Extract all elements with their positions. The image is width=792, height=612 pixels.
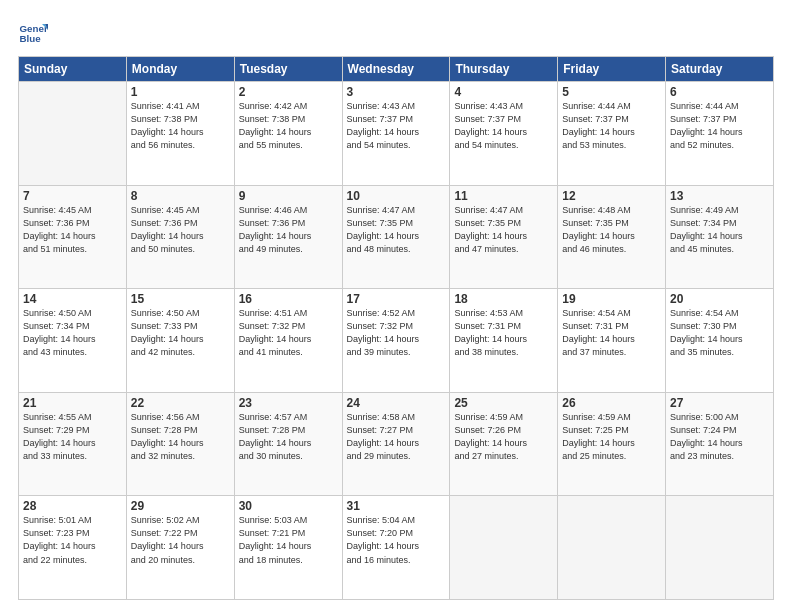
day-info: Sunrise: 4:58 AM Sunset: 7:27 PM Dayligh… — [347, 411, 446, 463]
calendar-day-header: Sunday — [19, 57, 127, 82]
calendar-day-cell: 18Sunrise: 4:53 AM Sunset: 7:31 PM Dayli… — [450, 289, 558, 393]
day-number: 22 — [131, 396, 230, 410]
calendar-day-header: Monday — [126, 57, 234, 82]
day-info: Sunrise: 4:43 AM Sunset: 7:37 PM Dayligh… — [347, 100, 446, 152]
calendar-day-cell: 24Sunrise: 4:58 AM Sunset: 7:27 PM Dayli… — [342, 392, 450, 496]
day-info: Sunrise: 4:50 AM Sunset: 7:33 PM Dayligh… — [131, 307, 230, 359]
calendar-week-row: 14Sunrise: 4:50 AM Sunset: 7:34 PM Dayli… — [19, 289, 774, 393]
day-info: Sunrise: 4:51 AM Sunset: 7:32 PM Dayligh… — [239, 307, 338, 359]
day-number: 29 — [131, 499, 230, 513]
calendar-day-cell: 26Sunrise: 4:59 AM Sunset: 7:25 PM Dayli… — [558, 392, 666, 496]
day-number: 18 — [454, 292, 553, 306]
calendar-day-cell — [450, 496, 558, 600]
day-number: 31 — [347, 499, 446, 513]
day-info: Sunrise: 4:49 AM Sunset: 7:34 PM Dayligh… — [670, 204, 769, 256]
day-number: 2 — [239, 85, 338, 99]
day-info: Sunrise: 4:43 AM Sunset: 7:37 PM Dayligh… — [454, 100, 553, 152]
day-number: 30 — [239, 499, 338, 513]
calendar-day-header: Saturday — [666, 57, 774, 82]
logo: General Blue — [18, 18, 52, 48]
day-number: 16 — [239, 292, 338, 306]
calendar-day-cell: 2Sunrise: 4:42 AM Sunset: 7:38 PM Daylig… — [234, 82, 342, 186]
calendar-day-cell: 15Sunrise: 4:50 AM Sunset: 7:33 PM Dayli… — [126, 289, 234, 393]
calendar-day-header: Tuesday — [234, 57, 342, 82]
calendar-day-cell: 8Sunrise: 4:45 AM Sunset: 7:36 PM Daylig… — [126, 185, 234, 289]
calendar-header-row: SundayMondayTuesdayWednesdayThursdayFrid… — [19, 57, 774, 82]
calendar-day-cell: 21Sunrise: 4:55 AM Sunset: 7:29 PM Dayli… — [19, 392, 127, 496]
calendar-week-row: 7Sunrise: 4:45 AM Sunset: 7:36 PM Daylig… — [19, 185, 774, 289]
day-number: 28 — [23, 499, 122, 513]
day-info: Sunrise: 4:59 AM Sunset: 7:26 PM Dayligh… — [454, 411, 553, 463]
calendar-day-cell: 5Sunrise: 4:44 AM Sunset: 7:37 PM Daylig… — [558, 82, 666, 186]
page: General Blue SundayMondayTuesdayWednesda… — [0, 0, 792, 612]
calendar-day-cell: 22Sunrise: 4:56 AM Sunset: 7:28 PM Dayli… — [126, 392, 234, 496]
day-number: 4 — [454, 85, 553, 99]
logo-icon: General Blue — [18, 18, 48, 48]
calendar-day-cell: 12Sunrise: 4:48 AM Sunset: 7:35 PM Dayli… — [558, 185, 666, 289]
day-info: Sunrise: 4:45 AM Sunset: 7:36 PM Dayligh… — [23, 204, 122, 256]
day-info: Sunrise: 5:03 AM Sunset: 7:21 PM Dayligh… — [239, 514, 338, 566]
day-number: 13 — [670, 189, 769, 203]
day-number: 3 — [347, 85, 446, 99]
day-number: 27 — [670, 396, 769, 410]
day-info: Sunrise: 4:59 AM Sunset: 7:25 PM Dayligh… — [562, 411, 661, 463]
day-number: 26 — [562, 396, 661, 410]
calendar-day-header: Thursday — [450, 57, 558, 82]
day-number: 23 — [239, 396, 338, 410]
calendar-table: SundayMondayTuesdayWednesdayThursdayFrid… — [18, 56, 774, 600]
calendar-day-header: Friday — [558, 57, 666, 82]
day-number: 9 — [239, 189, 338, 203]
calendar-week-row: 28Sunrise: 5:01 AM Sunset: 7:23 PM Dayli… — [19, 496, 774, 600]
day-number: 20 — [670, 292, 769, 306]
day-info: Sunrise: 4:44 AM Sunset: 7:37 PM Dayligh… — [670, 100, 769, 152]
calendar-day-cell: 31Sunrise: 5:04 AM Sunset: 7:20 PM Dayli… — [342, 496, 450, 600]
calendar-day-cell: 14Sunrise: 4:50 AM Sunset: 7:34 PM Dayli… — [19, 289, 127, 393]
day-number: 6 — [670, 85, 769, 99]
day-info: Sunrise: 4:47 AM Sunset: 7:35 PM Dayligh… — [347, 204, 446, 256]
calendar-day-cell: 27Sunrise: 5:00 AM Sunset: 7:24 PM Dayli… — [666, 392, 774, 496]
day-info: Sunrise: 5:01 AM Sunset: 7:23 PM Dayligh… — [23, 514, 122, 566]
calendar-day-cell: 11Sunrise: 4:47 AM Sunset: 7:35 PM Dayli… — [450, 185, 558, 289]
day-info: Sunrise: 4:41 AM Sunset: 7:38 PM Dayligh… — [131, 100, 230, 152]
day-info: Sunrise: 5:00 AM Sunset: 7:24 PM Dayligh… — [670, 411, 769, 463]
header: General Blue — [18, 18, 774, 48]
day-number: 1 — [131, 85, 230, 99]
day-info: Sunrise: 4:47 AM Sunset: 7:35 PM Dayligh… — [454, 204, 553, 256]
calendar-day-cell: 10Sunrise: 4:47 AM Sunset: 7:35 PM Dayli… — [342, 185, 450, 289]
day-info: Sunrise: 4:57 AM Sunset: 7:28 PM Dayligh… — [239, 411, 338, 463]
calendar-day-cell: 4Sunrise: 4:43 AM Sunset: 7:37 PM Daylig… — [450, 82, 558, 186]
calendar-day-cell: 1Sunrise: 4:41 AM Sunset: 7:38 PM Daylig… — [126, 82, 234, 186]
day-number: 8 — [131, 189, 230, 203]
calendar-day-cell: 19Sunrise: 4:54 AM Sunset: 7:31 PM Dayli… — [558, 289, 666, 393]
day-number: 11 — [454, 189, 553, 203]
calendar-day-cell — [558, 496, 666, 600]
day-number: 25 — [454, 396, 553, 410]
calendar-day-cell: 17Sunrise: 4:52 AM Sunset: 7:32 PM Dayli… — [342, 289, 450, 393]
calendar-day-cell: 7Sunrise: 4:45 AM Sunset: 7:36 PM Daylig… — [19, 185, 127, 289]
day-info: Sunrise: 4:48 AM Sunset: 7:35 PM Dayligh… — [562, 204, 661, 256]
day-info: Sunrise: 5:04 AM Sunset: 7:20 PM Dayligh… — [347, 514, 446, 566]
day-number: 5 — [562, 85, 661, 99]
calendar-week-row: 1Sunrise: 4:41 AM Sunset: 7:38 PM Daylig… — [19, 82, 774, 186]
day-number: 7 — [23, 189, 122, 203]
day-number: 24 — [347, 396, 446, 410]
day-info: Sunrise: 4:42 AM Sunset: 7:38 PM Dayligh… — [239, 100, 338, 152]
day-number: 10 — [347, 189, 446, 203]
calendar-day-cell — [19, 82, 127, 186]
calendar-day-cell: 25Sunrise: 4:59 AM Sunset: 7:26 PM Dayli… — [450, 392, 558, 496]
calendar-week-row: 21Sunrise: 4:55 AM Sunset: 7:29 PM Dayli… — [19, 392, 774, 496]
calendar-day-cell: 9Sunrise: 4:46 AM Sunset: 7:36 PM Daylig… — [234, 185, 342, 289]
day-info: Sunrise: 4:50 AM Sunset: 7:34 PM Dayligh… — [23, 307, 122, 359]
calendar-day-cell: 28Sunrise: 5:01 AM Sunset: 7:23 PM Dayli… — [19, 496, 127, 600]
day-info: Sunrise: 4:44 AM Sunset: 7:37 PM Dayligh… — [562, 100, 661, 152]
day-info: Sunrise: 4:55 AM Sunset: 7:29 PM Dayligh… — [23, 411, 122, 463]
calendar-day-cell: 20Sunrise: 4:54 AM Sunset: 7:30 PM Dayli… — [666, 289, 774, 393]
day-info: Sunrise: 4:52 AM Sunset: 7:32 PM Dayligh… — [347, 307, 446, 359]
day-number: 21 — [23, 396, 122, 410]
calendar-day-cell: 3Sunrise: 4:43 AM Sunset: 7:37 PM Daylig… — [342, 82, 450, 186]
day-info: Sunrise: 4:54 AM Sunset: 7:30 PM Dayligh… — [670, 307, 769, 359]
day-info: Sunrise: 4:45 AM Sunset: 7:36 PM Dayligh… — [131, 204, 230, 256]
calendar-day-cell: 16Sunrise: 4:51 AM Sunset: 7:32 PM Dayli… — [234, 289, 342, 393]
calendar-day-cell — [666, 496, 774, 600]
day-number: 17 — [347, 292, 446, 306]
